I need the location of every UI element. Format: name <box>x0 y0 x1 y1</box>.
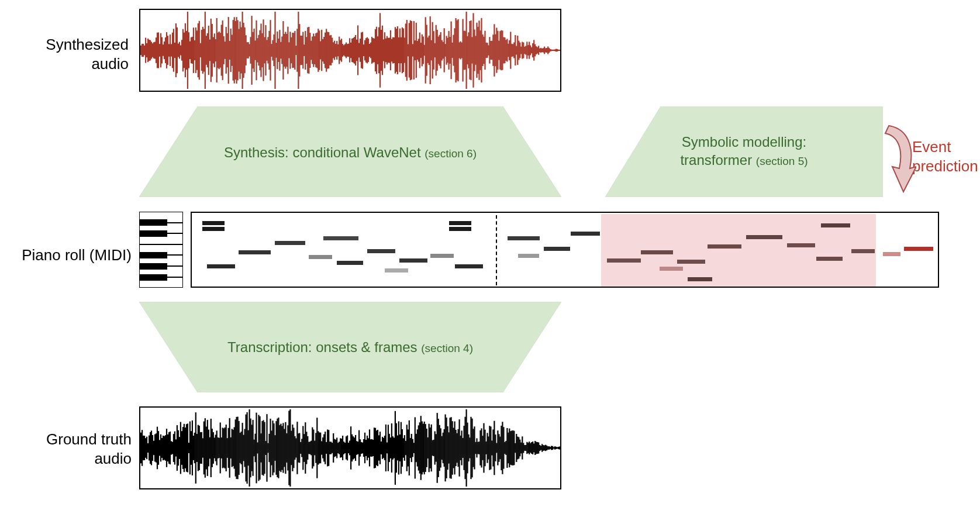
svg-rect-339 <box>536 46 537 54</box>
svg-rect-445 <box>240 433 241 463</box>
svg-rect-256 <box>439 35 440 66</box>
svg-rect-316 <box>509 40 510 60</box>
svg-rect-606 <box>427 437 429 458</box>
svg-rect-253 <box>436 25 437 76</box>
svg-rect-180 <box>350 43 351 58</box>
svg-rect-506 <box>310 441 312 456</box>
svg-rect-263 <box>447 38 448 63</box>
svg-rect-101 <box>258 35 259 65</box>
svg-rect-68 <box>220 33 221 67</box>
svg-rect-603 <box>424 422 425 474</box>
svg-rect-114 <box>273 35 274 66</box>
svg-rect-640 <box>467 423 468 474</box>
svg-rect-716 <box>555 447 557 449</box>
svg-rect-183 <box>354 37 355 64</box>
svg-rect-369 <box>151 430 152 465</box>
svg-rect-67 <box>219 32 220 69</box>
svg-rect-99 <box>256 20 257 80</box>
svg-rect-181 <box>351 39 353 62</box>
midi-note <box>851 249 875 253</box>
svg-rect-350 <box>548 48 550 53</box>
svg-rect-202 <box>376 27 377 74</box>
svg-rect-608 <box>430 427 431 468</box>
svg-rect-193 <box>365 38 367 63</box>
svg-rect-472 <box>271 430 272 465</box>
svg-rect-395 <box>181 431 182 465</box>
svg-rect-595 <box>415 418 416 479</box>
svg-rect-672 <box>504 442 505 454</box>
svg-rect-360 <box>140 433 142 464</box>
svg-rect-270 <box>456 18 457 82</box>
svg-rect-508 <box>313 430 314 467</box>
svg-rect-87 <box>242 12 243 89</box>
svg-rect-468 <box>266 414 267 482</box>
svg-rect-302 <box>492 35 494 66</box>
svg-rect-371 <box>153 441 154 455</box>
svg-rect-493 <box>295 439 296 458</box>
svg-rect-182 <box>353 38 354 63</box>
svg-rect-499 <box>302 426 303 470</box>
svg-rect-265 <box>450 37 451 64</box>
svg-rect-619 <box>443 433 444 463</box>
svg-rect-509 <box>314 441 315 456</box>
svg-rect-324 <box>518 41 519 60</box>
midi-note <box>449 227 471 231</box>
svg-rect-54 <box>203 29 205 71</box>
midi-note <box>641 250 673 254</box>
svg-rect-236 <box>416 23 417 78</box>
svg-rect-504 <box>308 442 309 454</box>
svg-rect-60 <box>211 19 212 82</box>
svg-rect-88 <box>243 23 244 78</box>
svg-rect-363 <box>144 436 145 460</box>
svg-rect-224 <box>402 27 403 73</box>
svg-rect-457 <box>254 440 255 457</box>
svg-rect-561 <box>375 428 376 468</box>
svg-rect-427 <box>219 438 220 458</box>
svg-rect-121 <box>281 37 282 64</box>
svg-rect-22 <box>166 32 167 68</box>
svg-rect-518 <box>325 432 326 464</box>
svg-rect-13 <box>156 37 157 63</box>
svg-rect-299 <box>489 37 490 63</box>
svg-rect-128 <box>289 32 291 68</box>
svg-rect-401 <box>188 443 189 453</box>
svg-rect-699 <box>536 442 537 454</box>
svg-rect-276 <box>463 19 464 82</box>
svg-rect-620 <box>444 429 445 467</box>
svg-rect-340 <box>537 47 538 54</box>
svg-rect-718 <box>558 447 559 449</box>
svg-rect-571 <box>387 443 388 454</box>
svg-rect-282 <box>469 21 470 80</box>
svg-rect-80 <box>234 17 235 83</box>
svg-rect-409 <box>198 425 199 471</box>
svg-rect-498 <box>301 439 302 457</box>
svg-rect-553 <box>365 440 367 456</box>
midi-note <box>607 258 641 263</box>
svg-rect-163 <box>330 35 332 65</box>
svg-rect-660 <box>490 426 491 469</box>
svg-rect-700 <box>537 442 538 454</box>
svg-rect-252 <box>434 43 436 58</box>
svg-rect-297 <box>486 43 488 58</box>
svg-rect-108 <box>266 40 267 61</box>
svg-rect-311 <box>503 37 504 64</box>
svg-rect-682 <box>516 434 517 462</box>
svg-rect-262 <box>446 36 447 64</box>
svg-rect-216 <box>392 37 394 64</box>
svg-rect-589 <box>408 429 409 466</box>
midi-note <box>816 257 843 261</box>
svg-rect-18 <box>161 37 163 64</box>
svg-rect-171 <box>340 40 341 61</box>
svg-rect-26 <box>171 44 172 56</box>
svg-rect-638 <box>465 417 466 480</box>
svg-rect-567 <box>382 437 383 459</box>
svg-rect-275 <box>461 43 463 58</box>
svg-rect-541 <box>351 434 353 461</box>
svg-rect-364 <box>145 438 146 458</box>
svg-rect-394 <box>180 422 181 474</box>
svg-rect-230 <box>409 23 410 77</box>
svg-rect-664 <box>495 434 496 461</box>
svg-rect-10 <box>152 43 153 57</box>
svg-rect-507 <box>312 427 313 469</box>
svg-rect-160 <box>327 32 328 68</box>
